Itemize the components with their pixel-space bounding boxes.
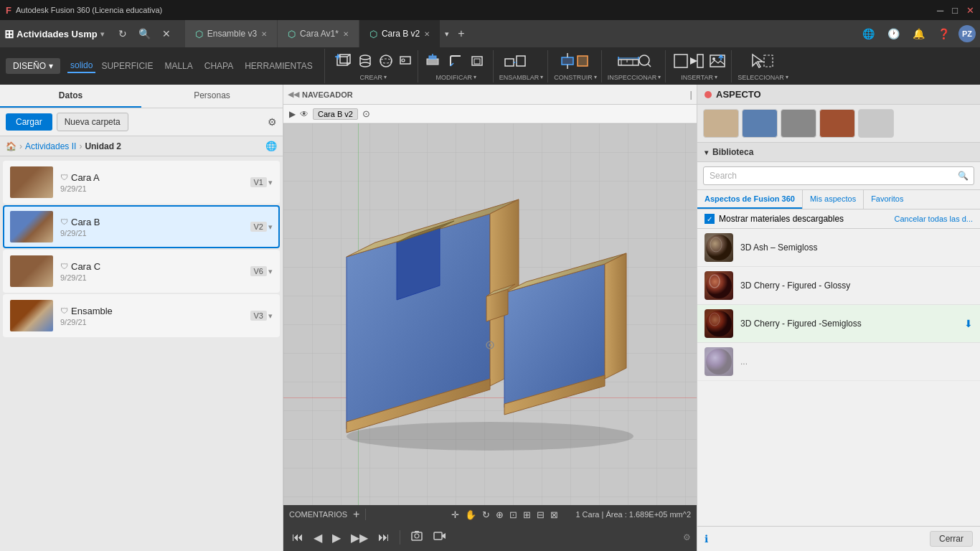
pan-btn[interactable]: ✋ [465, 509, 476, 520]
bell-btn[interactable]: 🔔 [908, 25, 929, 42]
measure-btn[interactable] [616, 52, 653, 72]
panel-settings-btn[interactable]: ⚙ [268, 116, 277, 128]
tab-ensamble[interactable]: ⬡ Ensamble v3 ✕ [185, 20, 278, 47]
tab-caraav1-close[interactable]: ✕ [343, 30, 349, 38]
nav-prev-btn[interactable]: ◀ [311, 529, 325, 546]
nav-last-btn[interactable]: ⏭ [375, 529, 392, 545]
info-icon[interactable]: ℹ [705, 533, 708, 545]
file-item-cara-a[interactable]: 🛡 Cara A 9/29/21 V1 ▾ [3, 161, 280, 204]
nav-play-btn[interactable]: ▶ [329, 529, 344, 546]
move-tool-btn[interactable]: ✛ [451, 509, 459, 520]
datos-tab[interactable]: Datos [0, 85, 141, 108]
close-panel-btn[interactable]: ✕ [158, 25, 175, 42]
biblioteca-toggle[interactable]: ▾ Biblioteca [697, 143, 980, 162]
herramientas-tab[interactable]: HERRAMIENTAS [239, 60, 318, 72]
crear-cylinder-btn[interactable] [356, 52, 374, 72]
material-item-cherry-semi[interactable]: 3D Cherry - Figured -Semigloss ⬇ [697, 305, 980, 343]
swatch-1[interactable] [703, 109, 739, 138]
target-btn[interactable]: ⊙ [362, 108, 370, 119]
close-panel-btn[interactable]: Cerrar [930, 531, 973, 547]
crear-box-btn[interactable] [334, 52, 354, 72]
record-btn[interactable] [430, 528, 449, 547]
insert-derive-btn[interactable] [672, 52, 706, 72]
lib-tab-favoritos[interactable]: Favoritos [864, 190, 910, 209]
file-item-ensamble[interactable]: 🛡 Ensamble 9/29/21 V3 ▾ [3, 294, 280, 337]
close-btn[interactable]: ✕ [966, 5, 974, 16]
app-dropdown-arrow[interactable]: ▾ [100, 30, 104, 38]
crear-more-btn[interactable] [397, 52, 413, 72]
cancel-all-btn[interactable]: Cancelar todas las d... [895, 215, 973, 223]
plane-btn[interactable] [557, 52, 593, 72]
swatch-5[interactable] [858, 109, 894, 138]
tab-carabv2-close[interactable]: ✕ [424, 30, 430, 38]
breadcrumb-home[interactable]: 🏠 [6, 141, 17, 151]
superficie-tab[interactable]: SUPERFICIE [95, 60, 159, 72]
eye-btn[interactable]: 👁 [300, 109, 308, 119]
zoom-btn[interactable]: ⊕ [496, 509, 504, 520]
cara-b-dropdown[interactable]: ▾ [268, 222, 273, 232]
press-pull-btn[interactable] [424, 52, 444, 72]
chapa-tab[interactable]: CHAPA [199, 60, 239, 72]
file-item-cara-b[interactable]: 🛡 Cara B 9/29/21 V2 ▾ [3, 205, 280, 248]
crear-sphere-btn[interactable] [377, 52, 395, 72]
swatch-3[interactable] [781, 109, 816, 138]
solido-tab[interactable]: solido [67, 59, 95, 73]
tab-cara-bv2[interactable]: ⬡ Cara B v2 ✕ [359, 20, 440, 47]
material-item-ash[interactable]: 3D Ash – Semigloss [697, 229, 980, 267]
menu-grid-icon[interactable]: ⊞ [4, 27, 14, 41]
personas-tab[interactable]: Personas [141, 85, 283, 108]
user-avatar[interactable]: PZ [958, 25, 976, 42]
design-dropdown-btn[interactable]: DISEÑO ▾ [6, 58, 60, 74]
clock-btn[interactable]: 🕐 [883, 25, 904, 42]
play-model-btn[interactable]: ▶ [289, 109, 296, 119]
file-item-cara-c[interactable]: 🛡 Cara C 9/29/21 V6 ▾ [3, 250, 280, 293]
fillet-btn[interactable] [446, 52, 466, 72]
lib-tab-mis[interactable]: Mis aspectos [803, 190, 863, 209]
restore-btn[interactable]: □ [952, 5, 958, 16]
material-item-more[interactable]: ... [697, 343, 980, 381]
viewport[interactable] [283, 123, 697, 505]
orbit-btn[interactable]: ↻ [482, 509, 490, 520]
navigator-side-btn[interactable]: | [690, 89, 692, 100]
capture-btn[interactable] [407, 528, 426, 547]
add-comment-btn[interactable]: + [353, 508, 359, 521]
search-btn[interactable]: 🔍 [134, 25, 155, 42]
tab-cara-av1[interactable]: ⬡ Cara Av1* ✕ [278, 20, 359, 47]
downloadable-checkbox[interactable]: ✓ [705, 214, 715, 224]
view-cube-btn[interactable]: ⊠ [550, 509, 558, 520]
material-item-cherry-glossy[interactable]: 3D Cherry - Figured - Glossy [697, 267, 980, 305]
lib-tab-fusion[interactable]: Aspectos de Fusion 360 [697, 190, 802, 209]
breadcrumb-actividades[interactable]: Actividades II [25, 141, 76, 151]
cara-a-dropdown[interactable]: ▾ [268, 178, 273, 187]
globe-btn[interactable]: 🌐 [858, 25, 879, 42]
refresh-btn[interactable]: ↻ [114, 25, 131, 42]
nav-next-btn[interactable]: ▶▶ [348, 529, 371, 546]
minimize-btn[interactable]: ─ [937, 5, 943, 16]
title-left: F Autodesk Fusion 360 (Licencia educativ… [6, 5, 162, 16]
tab-ensamble-close[interactable]: ✕ [261, 30, 267, 38]
cara-c-dropdown[interactable]: ▾ [268, 267, 273, 276]
swatch-2[interactable] [742, 109, 778, 138]
ensamble-dropdown[interactable]: ▾ [268, 311, 273, 321]
search-input[interactable] [703, 166, 974, 185]
nav-first-btn[interactable]: ⏮ [289, 529, 306, 545]
bottom-settings-icon[interactable]: ⚙ [683, 532, 691, 542]
joint-btn[interactable] [502, 52, 540, 72]
tab-dropdown-btn[interactable]: ▾ [440, 20, 453, 47]
swatch-4[interactable] [819, 109, 855, 138]
grid-btn[interactable]: ⊟ [537, 509, 545, 520]
shell-btn[interactable] [468, 52, 489, 72]
malla-tab[interactable]: MALLA [159, 60, 198, 72]
title-controls[interactable]: ─ □ ✕ [937, 5, 974, 16]
insert-image-btn[interactable] [708, 52, 727, 72]
fit-btn[interactable]: ⊡ [509, 509, 517, 520]
navigator-collapse-btn[interactable]: ◀◀ [288, 90, 299, 99]
help-btn[interactable]: ❓ [933, 25, 954, 42]
add-tab-btn[interactable]: + [453, 20, 468, 47]
display-mode-btn[interactable]: ⊞ [523, 509, 531, 520]
model-name-btn[interactable]: Cara B v2 [313, 108, 358, 120]
download-icon[interactable]: ⬇ [964, 318, 973, 329]
new-folder-btn[interactable]: Nueva carpeta [57, 113, 128, 131]
select-btn[interactable] [748, 52, 777, 72]
upload-btn[interactable]: Cargar [6, 113, 52, 131]
